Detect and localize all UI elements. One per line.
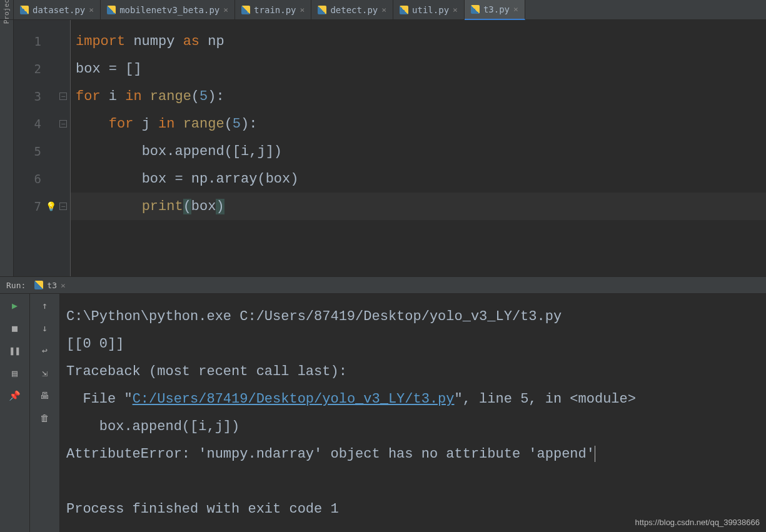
- tab-label: dataset.py: [33, 5, 85, 15]
- close-icon[interactable]: ×: [453, 5, 458, 14]
- code-line: box = []: [71, 55, 766, 83]
- python-icon: [471, 5, 480, 14]
- project-rail-label: Project: [3, 0, 11, 24]
- console-line: [66, 468, 760, 495]
- console-line: box.append([i,j]): [66, 413, 760, 440]
- python-icon: [34, 281, 43, 289]
- code-area[interactable]: import numpy as np box = [] for i in ran…: [70, 20, 766, 276]
- tab-mobilenetv3[interactable]: mobilenetv3_beta.py ×: [101, 0, 235, 20]
- caret: [595, 446, 595, 462]
- tab-label: train.py: [254, 5, 296, 15]
- tab-label: t3.py: [483, 4, 510, 14]
- intention-bulb-icon[interactable]: 💡: [46, 201, 56, 211]
- stop-icon[interactable]: ■: [12, 323, 18, 334]
- fold-icon[interactable]: −: [59, 203, 67, 210]
- line-number: 1: [14, 28, 70, 55]
- code-line: box.append([i,j]): [71, 138, 766, 165]
- gutter: 1 2 3− 4− 5 6 7−💡: [14, 20, 70, 276]
- scroll-down-icon[interactable]: ↓: [42, 323, 48, 334]
- tab-dataset[interactable]: dataset.py ×: [14, 0, 101, 20]
- code-line: for i in range(5):: [71, 83, 766, 110]
- close-icon[interactable]: ×: [89, 5, 94, 14]
- fold-icon[interactable]: −: [59, 120, 67, 128]
- console-line: [[0 0]]: [66, 330, 760, 358]
- python-icon: [107, 6, 116, 14]
- editor-tabbar: Project dataset.py × mobilenetv3_beta.py…: [0, 0, 766, 20]
- line-number: 3−: [14, 83, 70, 110]
- code-editor: 1 2 3− 4− 5 6 7−💡 import numpy as np box…: [0, 20, 766, 276]
- close-icon[interactable]: ×: [223, 5, 228, 14]
- console-output[interactable]: C:\Python\python.exe C:/Users/87419/Desk…: [60, 294, 766, 532]
- console-line: C:\Python\python.exe C:/Users/87419/Desk…: [66, 303, 760, 330]
- file-link[interactable]: C:/Users/87419/Desktop/yolo_v3_LY/t3.py: [133, 391, 455, 407]
- watermark: https://blog.csdn.net/qq_39938666: [635, 518, 760, 527]
- tab-label: mobilenetv3_beta.py: [119, 5, 219, 15]
- python-icon: [20, 6, 29, 14]
- python-icon: [400, 6, 408, 14]
- pause-icon[interactable]: ❚❚: [9, 345, 20, 356]
- run-actions-col-1: ▶ ■ ❚❚ ▤ 📌: [0, 294, 30, 532]
- run-actions-col-2: ↑ ↓ ↩ ⇲ 🖶 🗑: [30, 294, 60, 532]
- tab-label: detect.py: [330, 5, 378, 15]
- python-icon: [318, 6, 326, 14]
- console-line: File "C:/Users/87419/Desktop/yolo_v3_LY/…: [66, 385, 760, 413]
- line-number: 4−: [14, 110, 70, 138]
- tab-t3[interactable]: t3.py ×: [465, 0, 525, 20]
- code-line: print(box): [71, 193, 766, 220]
- run-label: Run:: [6, 281, 26, 290]
- tab-util[interactable]: util.py ×: [393, 0, 465, 20]
- line-number: 7−💡: [14, 193, 70, 220]
- code-line: box = np.array(box): [71, 165, 766, 193]
- scroll-up-icon[interactable]: ↑: [42, 300, 48, 311]
- layout-icon[interactable]: ▤: [12, 368, 18, 379]
- line-number: 5: [14, 138, 70, 165]
- fold-icon[interactable]: −: [59, 93, 67, 100]
- soft-wrap-icon[interactable]: ↩: [42, 345, 48, 356]
- close-icon[interactable]: ×: [61, 281, 66, 290]
- console-line: AttributeError: 'numpy.ndarray' object h…: [66, 440, 760, 468]
- run-tab-label: t3: [47, 281, 57, 290]
- run-console: ▶ ■ ❚❚ ▤ 📌 ↑ ↓ ↩ ⇲ 🖶 🗑 C:\Python\python.…: [0, 294, 766, 532]
- code-line: for j in range(5):: [71, 110, 766, 138]
- close-icon[interactable]: ×: [381, 5, 386, 14]
- run-toolwindow-header: Run: t3 ×: [0, 276, 766, 294]
- pin-icon[interactable]: 📌: [9, 390, 21, 401]
- code-line: import numpy as np: [71, 28, 766, 55]
- run-tab[interactable]: t3 ×: [34, 281, 65, 290]
- rerun-icon[interactable]: ▶: [12, 300, 18, 311]
- tab-train[interactable]: train.py ×: [235, 0, 311, 20]
- project-tool-rail[interactable]: Project: [0, 0, 14, 19]
- tab-detect[interactable]: detect.py ×: [311, 0, 393, 20]
- trash-icon[interactable]: 🗑: [40, 413, 49, 424]
- scroll-to-end-icon[interactable]: ⇲: [42, 368, 48, 379]
- left-strip: [0, 20, 14, 276]
- tab-label: util.py: [412, 5, 449, 15]
- line-number: 6: [14, 165, 70, 193]
- close-icon[interactable]: ×: [300, 5, 305, 14]
- close-icon[interactable]: ×: [513, 4, 518, 14]
- print-icon[interactable]: 🖶: [40, 390, 49, 401]
- console-line: Traceback (most recent call last):: [66, 358, 760, 385]
- python-icon: [241, 6, 250, 14]
- line-number: 2: [14, 55, 70, 83]
